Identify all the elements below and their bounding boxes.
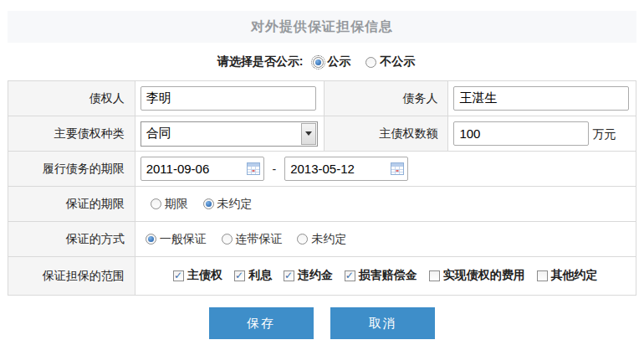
debt-amount-unit: 万元 — [592, 127, 616, 141]
radio-option-not-public[interactable]: 不公示 — [365, 54, 415, 70]
guarantee-scope-label: 保证担保的范围 — [8, 257, 135, 296]
publicity-choice-row: 请选择是否公示: 公示 不公示 — [0, 54, 644, 73]
checkbox-option-interest[interactable]: 利息 — [234, 268, 272, 283]
radio-icon-not-public[interactable] — [365, 57, 376, 68]
checkbox-label-principal-claim: 主债权 — [187, 268, 222, 283]
checkbox-icon-penalty[interactable] — [284, 270, 294, 281]
debtor-input[interactable] — [453, 86, 629, 111]
creditor-input[interactable] — [141, 86, 316, 111]
row-guarantee-period: 保证的期限 期限 未约定 — [8, 187, 636, 222]
radio-label-mode-unagreed: 未约定 — [311, 232, 346, 247]
row-performance-period: 履行债务的期限 2011-09-06 - 2013 — [8, 152, 636, 187]
checkbox-icon-other-agreed[interactable] — [537, 270, 548, 281]
button-row: 保存 取消 — [0, 307, 644, 339]
checkbox-option-principal-claim[interactable]: 主债权 — [173, 268, 222, 283]
checkbox-icon-principal-claim[interactable] — [173, 270, 184, 281]
calendar-icon[interactable] — [391, 162, 404, 175]
checkbox-label-interest: 利息 — [248, 268, 272, 283]
date-range-separator: - — [273, 162, 277, 176]
end-date-input[interactable]: 2013-05-12 — [284, 157, 408, 181]
checkbox-icon-damages[interactable] — [345, 270, 355, 281]
radio-icon-general-guarantee[interactable] — [146, 234, 156, 245]
form-table: 债权人 债务人 主要债权种类 合同 主债权数额 万元 履行债务的期限 — [8, 80, 636, 296]
checkbox-option-penalty[interactable]: 违约金 — [284, 268, 333, 283]
debtor-label: 债务人 — [324, 81, 448, 116]
radio-option-joint-guarantee[interactable]: 连带保证 — [222, 232, 283, 247]
radio-option-general-guarantee[interactable]: 一般保证 — [146, 232, 207, 247]
row-guarantee-mode: 保证的方式 一般保证 连带保证 未约定 — [8, 222, 636, 257]
checkbox-label-other-agreed: 其他约定 — [551, 268, 598, 283]
checkbox-icon-realization-costs[interactable] — [429, 270, 440, 281]
debt-type-label: 主要债权种类 — [8, 116, 135, 152]
page-title: 对外提供保证担保信息 — [8, 11, 636, 43]
cancel-button[interactable]: 取消 — [330, 307, 435, 339]
radio-option-mode-unagreed[interactable]: 未约定 — [297, 232, 346, 247]
performance-period-label: 履行债务的期限 — [8, 152, 135, 187]
row-debt: 主要债权种类 合同 主债权数额 万元 — [8, 116, 636, 152]
publicity-label: 请选择是否公示: — [217, 54, 304, 68]
checkbox-option-realization-costs[interactable]: 实现债权的费用 — [429, 268, 525, 283]
radio-icon-mode-unagreed[interactable] — [297, 234, 308, 245]
guarantee-info-form: 对外提供保证担保信息 请选择是否公示: 公示 不公示 债权人 债务人 主要债权种… — [0, 11, 644, 345]
chevron-down-icon[interactable] — [301, 123, 316, 145]
end-date-value: 2013-05-12 — [290, 162, 355, 176]
debt-type-select[interactable]: 合同 — [141, 121, 318, 147]
radio-option-public[interactable]: 公示 — [313, 54, 350, 70]
radio-option-period-unagreed[interactable]: 未约定 — [203, 197, 253, 212]
checkbox-label-damages: 损害赔偿金 — [359, 268, 417, 283]
checkbox-label-realization-costs: 实现债权的费用 — [443, 268, 525, 283]
creditor-label: 债权人 — [8, 81, 135, 116]
checkbox-icon-interest[interactable] — [234, 270, 245, 281]
debt-amount-input[interactable] — [453, 121, 589, 146]
radio-label-general-guarantee: 一般保证 — [160, 232, 207, 247]
radio-label-not-public: 不公示 — [380, 54, 415, 70]
radio-icon-public[interactable] — [313, 57, 324, 68]
checkbox-option-damages[interactable]: 损害赔偿金 — [345, 268, 417, 283]
start-date-value: 2011-09-06 — [146, 162, 210, 176]
row-guarantee-scope: 保证担保的范围 主债权 利息 违约金 损害赔偿金 — [8, 257, 636, 296]
start-date-input[interactable]: 2011-09-06 — [141, 157, 264, 181]
save-button[interactable]: 保存 — [209, 307, 314, 339]
guarantee-period-label: 保证的期限 — [8, 187, 135, 222]
radio-label-joint-guarantee: 连带保证 — [236, 232, 283, 247]
calendar-icon[interactable] — [247, 162, 260, 175]
row-parties: 债权人 债务人 — [8, 81, 636, 116]
debt-type-selected-value: 合同 — [146, 126, 171, 142]
radio-label-period-unagreed: 未约定 — [217, 197, 253, 212]
checkbox-label-penalty: 违约金 — [298, 268, 333, 283]
radio-icon-fixed-term[interactable] — [151, 198, 161, 209]
radio-option-fixed-term[interactable]: 期限 — [151, 197, 188, 212]
radio-label-public: 公示 — [327, 54, 350, 70]
radio-icon-period-unagreed[interactable] — [203, 198, 214, 209]
guarantee-mode-label: 保证的方式 — [8, 222, 135, 257]
radio-label-fixed-term: 期限 — [165, 197, 188, 212]
debt-amount-label: 主债权数额 — [324, 116, 448, 152]
checkbox-option-other-agreed[interactable]: 其他约定 — [537, 268, 598, 283]
radio-icon-joint-guarantee[interactable] — [222, 234, 233, 245]
